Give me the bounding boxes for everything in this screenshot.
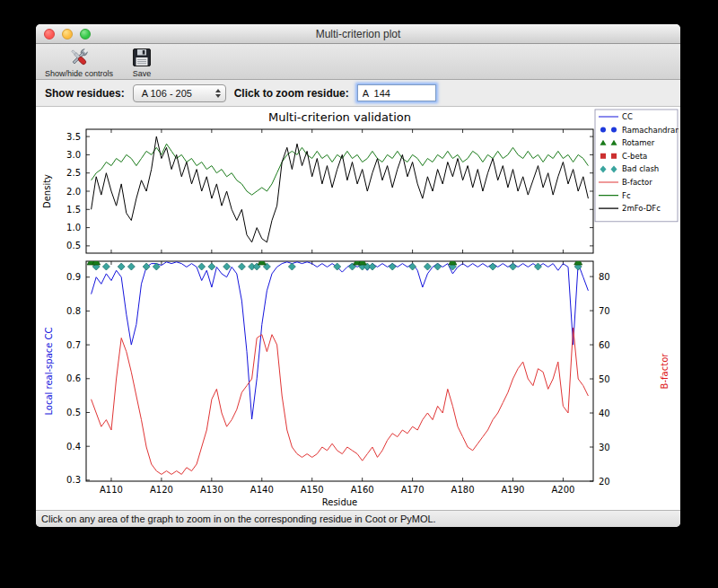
svg-text:0.9: 0.9 bbox=[66, 272, 81, 282]
svg-text:30: 30 bbox=[599, 443, 610, 452]
svg-text:80: 80 bbox=[599, 272, 610, 282]
svg-text:1.5: 1.5 bbox=[66, 205, 81, 215]
svg-text:A180: A180 bbox=[451, 485, 475, 495]
svg-text:A140: A140 bbox=[250, 485, 274, 495]
svg-text:A120: A120 bbox=[150, 485, 173, 495]
svg-text:0.4: 0.4 bbox=[66, 442, 81, 452]
svg-text:A160: A160 bbox=[351, 485, 374, 495]
svg-text:3.0: 3.0 bbox=[66, 150, 81, 160]
titlebar[interactable]: Multi-criterion plot bbox=[36, 24, 680, 44]
svg-text:2.0: 2.0 bbox=[66, 187, 81, 197]
series-B-factor bbox=[92, 328, 589, 474]
minimize-button[interactable] bbox=[62, 29, 73, 39]
svg-text:A110: A110 bbox=[100, 485, 123, 495]
svg-text:Bad clash: Bad clash bbox=[622, 164, 659, 173]
svg-text:2.5: 2.5 bbox=[66, 168, 81, 178]
residue-range-select[interactable]: A 106 - 205 bbox=[133, 84, 226, 102]
chart-title: Multi-criterion validation bbox=[268, 110, 411, 124]
svg-text:0.6: 0.6 bbox=[66, 373, 81, 383]
plot-panel[interactable]: Multi-criterion validation0.51.01.52.02.… bbox=[36, 107, 680, 511]
svg-text:20: 20 bbox=[599, 477, 610, 487]
series-Fc bbox=[92, 144, 589, 195]
svg-text:3.5: 3.5 bbox=[66, 132, 81, 142]
multi-criterion-chart[interactable]: Multi-criterion validation0.51.01.52.02.… bbox=[38, 107, 679, 509]
svg-text:C-beta: C-beta bbox=[622, 152, 647, 161]
density-subplot[interactable]: 0.51.01.52.02.53.03.5Density bbox=[42, 129, 593, 253]
svg-text:0.3: 0.3 bbox=[66, 475, 81, 485]
zoom-residue-label: Click to zoom residue: bbox=[234, 87, 349, 100]
window-title: Multi-criterion plot bbox=[36, 28, 680, 40]
cc-ylabel: Local real-space CC bbox=[44, 327, 54, 415]
save-label: Save bbox=[133, 69, 152, 78]
residue-xlabel: Residue bbox=[322, 497, 357, 507]
zoom-residue-input[interactable] bbox=[357, 84, 436, 101]
popup-arrows-icon bbox=[215, 89, 221, 98]
close-button[interactable] bbox=[44, 29, 55, 39]
svg-text:0.5: 0.5 bbox=[66, 408, 81, 417]
save-floppy-icon bbox=[131, 45, 153, 69]
svg-text:Rotamer: Rotamer bbox=[622, 138, 655, 147]
series-CC bbox=[92, 262, 589, 419]
svg-text:40: 40 bbox=[599, 408, 610, 418]
zoom-window-button[interactable] bbox=[80, 29, 91, 39]
svg-text:2mFo-DFc: 2mFo-DFc bbox=[622, 204, 661, 213]
show-hide-controls-label: Show/hide controls bbox=[45, 69, 113, 78]
svg-text:0.8: 0.8 bbox=[66, 306, 81, 316]
svg-text:B-factor: B-factor bbox=[622, 178, 652, 187]
svg-text:Ramachandran: Ramachandran bbox=[622, 126, 679, 135]
controls-bar: Show residues: A 106 - 205 Click to zoom… bbox=[36, 80, 680, 107]
toolbar: Show/hide controls Save bbox=[36, 44, 680, 80]
svg-text:A200: A200 bbox=[551, 485, 574, 495]
status-bar: Click on any area of the graph to zoom i… bbox=[36, 511, 680, 527]
app-window: Multi-criterion plot Show/hi bbox=[36, 24, 680, 527]
svg-text:CC: CC bbox=[622, 112, 633, 121]
cc-bfactor-subplot[interactable]: 0.30.40.50.60.70.80.920304050607080A110A… bbox=[44, 258, 670, 508]
show-residues-label: Show residues: bbox=[45, 87, 125, 100]
svg-text:70: 70 bbox=[599, 306, 610, 316]
svg-text:0.5: 0.5 bbox=[66, 241, 81, 250]
status-text: Click on any area of the graph to zoom i… bbox=[41, 513, 436, 524]
density-ylabel: Density bbox=[42, 174, 52, 208]
show-hide-controls-button[interactable]: Show/hide controls bbox=[45, 45, 113, 78]
crossed-tools-icon bbox=[67, 45, 91, 69]
svg-text:A170: A170 bbox=[401, 485, 425, 495]
chart-legend: CCRamachandranRotamerC-betaBad clashB-fa… bbox=[595, 110, 679, 222]
svg-text:50: 50 bbox=[599, 374, 610, 384]
save-button[interactable]: Save bbox=[131, 45, 153, 78]
residue-range-value: A 106 - 205 bbox=[142, 88, 192, 99]
svg-text:60: 60 bbox=[599, 340, 610, 350]
svg-text:A150: A150 bbox=[301, 485, 324, 495]
svg-text:1.0: 1.0 bbox=[66, 223, 81, 233]
svg-text:Fc: Fc bbox=[622, 191, 631, 200]
traffic-lights bbox=[44, 29, 91, 39]
svg-text:A130: A130 bbox=[200, 485, 223, 495]
series-2mFo-DFc bbox=[92, 136, 589, 242]
svg-text:A190: A190 bbox=[502, 485, 525, 495]
svg-text:0.7: 0.7 bbox=[66, 340, 81, 350]
bfactor-ylabel: B-factor bbox=[660, 353, 670, 390]
